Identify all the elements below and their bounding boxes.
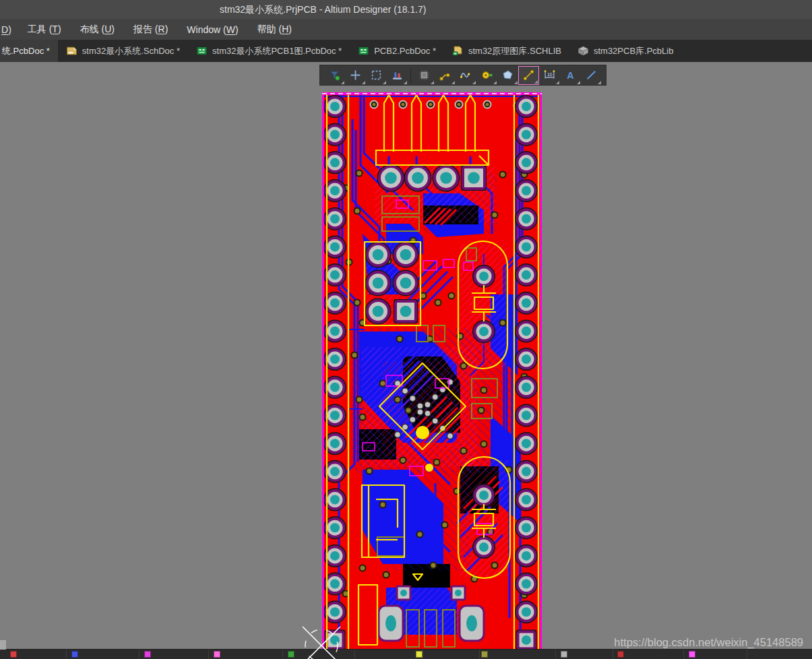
sch-doc-icon [66, 46, 77, 56]
title-bar: stm32最小系统.PrjPCB - Altium Designer (18.1… [0, 0, 812, 19]
through-hole-pad[interactable] [516, 348, 537, 370]
layer-tab-separator [66, 650, 67, 659]
document-tab-3[interactable]: PCB2.PcbDoc * [350, 40, 444, 62]
place-string-tool[interactable]: A [560, 66, 581, 85]
layer-tab-swatch-8[interactable] [617, 651, 624, 658]
component-pad[interactable] [378, 165, 404, 191]
layer-tab-swatch-0[interactable] [10, 651, 17, 658]
layer-tab-swatch-1[interactable] [71, 651, 78, 658]
through-hole-pad[interactable] [516, 489, 537, 511]
document-tab-bar: 统.PcbDoc *stm32最小系统.SchDoc *stm32最小系统PCB… [0, 40, 812, 62]
csdn-watermark: https://blog.csdn.net/weixin_45148589 [614, 636, 803, 649]
layer-tab-separator [282, 650, 283, 659]
menu-bar: D)工具 (T)布线 (U)报告 (R)Window (W)帮助 (H) [0, 19, 812, 40]
through-hole-pad[interactable] [516, 404, 537, 426]
menu-item-U[interactable]: 布线 (U) [71, 24, 124, 36]
through-hole-pad[interactable] [516, 545, 537, 567]
interactive-route-tool[interactable] [435, 66, 456, 85]
place-pad-tool-icon [481, 69, 493, 81]
place-component-tool[interactable] [414, 66, 435, 85]
through-hole-pad[interactable] [516, 124, 537, 146]
room-tool-icon [392, 69, 403, 81]
pcb-board[interactable] [322, 92, 542, 649]
through-hole-pad[interactable] [516, 264, 537, 286]
component-pad[interactable] [394, 243, 418, 268]
layer-tab-separator [208, 650, 209, 659]
menu-item-T[interactable]: 工具 (T) [18, 24, 71, 36]
place-string-tool-icon: A [565, 69, 576, 81]
layer-tab-swatch-4[interactable] [288, 651, 294, 658]
place-track-tool-icon [523, 69, 534, 81]
layer-tab-swatch-2[interactable] [144, 651, 151, 658]
component-pad[interactable] [405, 165, 431, 191]
component-pad[interactable] [366, 243, 391, 268]
layer-tab-swatch-7[interactable] [561, 651, 567, 658]
through-hole-pad[interactable] [516, 461, 537, 482]
crosshair-tool[interactable] [345, 66, 366, 85]
interactive-route-tool-icon [439, 69, 451, 81]
svg-text:10: 10 [547, 72, 553, 77]
filter-tool-icon [329, 69, 340, 81]
layer-tab-separator [613, 650, 613, 659]
document-tab-4[interactable]: stm32原理图库.SCHLIB [444, 40, 569, 62]
place-track-tool[interactable] [518, 66, 539, 85]
through-hole-pad[interactable] [516, 96, 537, 117]
menu-item-W[interactable]: Window (W) [177, 24, 247, 35]
document-tab-5[interactable]: stm32PCB库.PcbLib [569, 40, 682, 62]
floating-toolbar: 10A [319, 65, 606, 86]
pcb-doc-icon [196, 46, 208, 56]
component-pad[interactable] [473, 321, 495, 342]
component-pad[interactable] [394, 271, 418, 296]
pcb-doc-icon [358, 46, 369, 56]
component-pad[interactable] [366, 299, 391, 324]
dimension-tool[interactable]: 10 [539, 66, 560, 85]
room-tool[interactable] [387, 66, 408, 85]
component-pad[interactable] [462, 166, 486, 190]
document-tab-0[interactable]: 统.PcbDoc * [0, 40, 58, 62]
tab-label: stm32最小系统PCB1图.PcbDoc * [212, 45, 342, 57]
layer-tab-separator [747, 650, 747, 659]
layer-tab-swatch-9[interactable] [689, 651, 695, 658]
through-hole-pad[interactable] [516, 320, 537, 342]
select-area-tool-icon [371, 69, 382, 81]
menu-item-R[interactable]: 报告 (R) [124, 24, 177, 36]
layer-tab-swatch-3[interactable] [214, 651, 220, 658]
document-tab-1[interactable]: stm32最小系统.SchDoc * [58, 40, 188, 62]
layer-tab-swatch-6[interactable] [481, 651, 488, 658]
through-hole-pad[interactable] [516, 208, 537, 230]
through-hole-pad[interactable] [325, 630, 345, 649]
component-pad[interactable] [473, 265, 495, 287]
component-pad[interactable] [473, 484, 495, 506]
through-hole-pad[interactable] [517, 630, 536, 649]
through-hole-pad[interactable] [516, 573, 537, 595]
pcb-lib-icon [577, 46, 589, 56]
document-tab-2[interactable]: stm32最小系统PCB1图.PcbDoc * [188, 40, 350, 62]
polygon-pour-tool[interactable] [497, 66, 518, 85]
through-hole-pad[interactable] [516, 433, 537, 454]
component-pad[interactable] [394, 300, 417, 323]
through-hole-pad[interactable] [516, 377, 537, 398]
tune-length-tool[interactable] [456, 66, 476, 85]
place-pad-tool[interactable] [476, 66, 497, 85]
through-hole-pad[interactable] [516, 517, 537, 538]
component-pad[interactable] [473, 536, 495, 558]
polygon-pour-tool-icon [502, 69, 513, 81]
filter-tool[interactable] [324, 66, 345, 85]
through-hole-pad[interactable] [516, 601, 537, 623]
place-line-tool[interactable] [581, 66, 602, 85]
layer-tab-separator [555, 650, 556, 659]
tab-label: PCB2.PcbDoc * [374, 46, 436, 56]
through-hole-pad[interactable] [516, 152, 537, 173]
through-hole-pad[interactable] [516, 236, 537, 257]
menu-item-D[interactable]: D) [0, 24, 18, 35]
through-hole-pad[interactable] [516, 292, 537, 314]
component-pad[interactable] [433, 165, 460, 191]
panel-corner-notch [0, 640, 6, 650]
through-hole-pad[interactable] [516, 180, 537, 201]
menu-item-H[interactable]: 帮助 (H) [248, 24, 301, 36]
component-pad[interactable] [366, 271, 391, 296]
pcb-editor-canvas[interactable]: 10A [0, 62, 812, 659]
place-line-tool-icon [586, 69, 597, 81]
select-area-tool[interactable] [366, 66, 387, 85]
layer-tab-swatch-5[interactable] [416, 651, 423, 658]
